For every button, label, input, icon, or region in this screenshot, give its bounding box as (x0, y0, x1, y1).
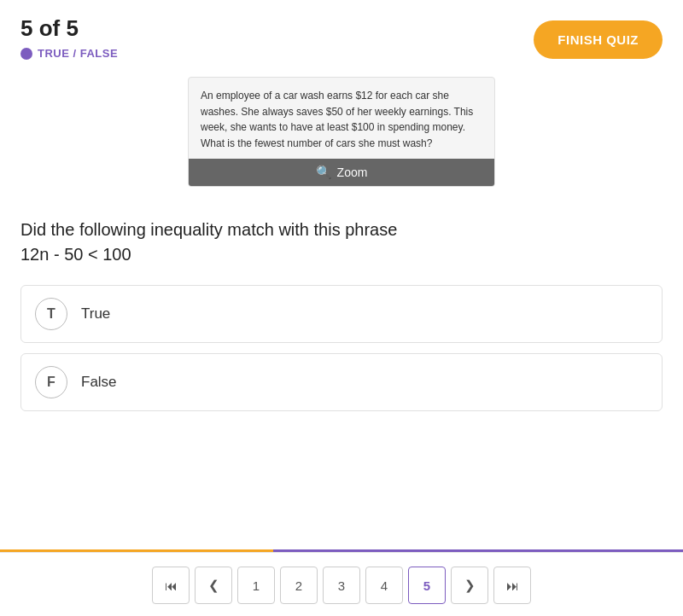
option-label-true: True (81, 305, 110, 323)
question-main-text: Did the following inequality match with … (20, 218, 663, 241)
badge-row: TRUE / FALSE (20, 47, 118, 60)
answer-option-false[interactable]: F False (20, 353, 663, 411)
nav-page-3[interactable]: 3 (323, 567, 360, 604)
nav-last-button[interactable]: ⏭ (493, 567, 531, 604)
zoom-label: Zoom (337, 166, 368, 179)
nav-page-5[interactable]: 5 (408, 567, 446, 604)
question-math-text: 12n - 50 < 100 (20, 245, 663, 264)
badge-dot (20, 48, 32, 60)
answer-option-true[interactable]: T True (20, 285, 663, 343)
option-circle-t: T (35, 298, 67, 330)
zoom-button[interactable]: 🔍 Zoom (189, 159, 494, 186)
nav-page-2[interactable]: 2 (280, 567, 318, 604)
nav-page-1[interactable]: 1 (237, 567, 275, 604)
zoom-icon: 🔍 (316, 165, 332, 180)
header-left: 5 of 5 TRUE / FALSE (20, 15, 118, 60)
question-image-area: An employee of a car wash earns $12 for … (0, 68, 683, 186)
nav-prev-button[interactable]: ❮ (195, 567, 232, 604)
question-counter: 5 of 5 (20, 15, 118, 42)
header: 5 of 5 TRUE / FALSE FINISH QUIZ (0, 0, 683, 68)
nav-first-button[interactable]: ⏮ (152, 567, 190, 604)
question-image-text: An employee of a car wash earns $12 for … (189, 78, 494, 158)
badge-label: TRUE / FALSE (38, 47, 118, 60)
option-label-false: False (81, 374, 117, 391)
question-image-box: An employee of a car wash earns $12 for … (188, 77, 495, 186)
nav-page-4[interactable]: 4 (365, 567, 403, 604)
finish-quiz-button[interactable]: FINISH QUIZ (534, 20, 663, 59)
bottom-navigation: ⏮ ❮ 1 2 3 4 5 ❯ ⏭ (0, 552, 683, 616)
question-text-area: Did the following inequality match with … (0, 187, 683, 278)
nav-next-button[interactable]: ❯ (451, 567, 488, 604)
answer-options: T True F False (0, 278, 683, 411)
option-circle-f: F (35, 366, 67, 398)
